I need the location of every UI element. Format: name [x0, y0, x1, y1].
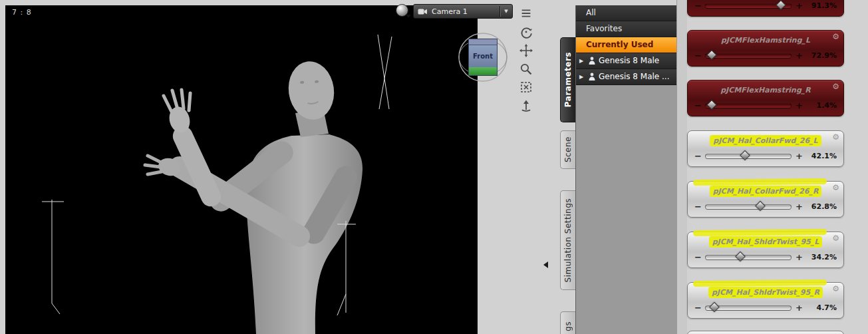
- parameter-slider[interactable]: pJCM_Hal_CollarFwd_26_L ⚙ − + 42.1%: [687, 130, 844, 167]
- filter-list: All Favorites Currently Used ▶ Genesis 8…: [575, 5, 676, 334]
- value-readout[interactable]: 1.4%: [806, 101, 837, 110]
- pane-options-icon[interactable]: [518, 5, 534, 21]
- figure-render: [5, 5, 478, 334]
- figure-node-icon: [588, 57, 596, 65]
- slider-track[interactable]: [705, 1, 792, 11]
- slider-track[interactable]: [705, 303, 792, 313]
- tab-label: Parameters: [563, 52, 573, 107]
- list-item-favorites[interactable]: Favorites: [576, 21, 676, 37]
- gear-icon[interactable]: ⚙: [832, 284, 839, 293]
- tree-item-genesis-8-male-2[interactable]: ▶ Genesis 8 Male ...: [576, 69, 676, 85]
- value-readout[interactable]: 72.9%: [806, 51, 837, 60]
- view-cube-body: Front: [468, 39, 498, 76]
- zoom-tool-button[interactable]: [518, 61, 534, 77]
- trackball-dropdown-caret[interactable]: [406, 15, 411, 18]
- slider-track[interactable]: [705, 202, 792, 212]
- decrement-button[interactable]: −: [694, 253, 701, 261]
- increment-button[interactable]: +: [796, 1, 802, 10]
- expand-caret-icon[interactable]: ▶: [579, 53, 585, 69]
- decrement-button[interactable]: −: [694, 202, 701, 211]
- splitter-collapse-arrow[interactable]: [543, 261, 548, 268]
- parameters-panel: ⚙ − + 91.3% pJCMFlexHamstring_L ⚙ −: [687, 0, 845, 334]
- decrement-button[interactable]: −: [694, 51, 701, 60]
- tab-label: Scene: [563, 136, 573, 162]
- increment-button[interactable]: +: [796, 303, 802, 312]
- tab-label: gs: [563, 321, 573, 331]
- view-cube-bottom-face[interactable]: [469, 67, 497, 75]
- increment-button[interactable]: +: [796, 51, 802, 60]
- decrement-button[interactable]: −: [694, 1, 701, 10]
- slider-track[interactable]: [705, 252, 792, 262]
- parameter-slider[interactable]: pJCM_Hal_ShldrTwist_95_R ⚙ − + 4.7%: [687, 282, 844, 319]
- list-item-currently-used[interactable]: Currently Used: [576, 37, 676, 53]
- aim-tool-button[interactable]: [518, 97, 534, 113]
- slider-track[interactable]: [705, 151, 792, 161]
- aspect-ratio-label: 7 : 8: [12, 8, 32, 17]
- slider-track[interactable]: [705, 51, 792, 61]
- gear-icon[interactable]: ⚙: [832, 132, 839, 142]
- parameter-slider-partial[interactable]: [687, 331, 844, 334]
- tab-parameters[interactable]: Parameters: [560, 37, 575, 122]
- parameter-slider[interactable]: pJCMFlexHamstring_R ⚙ − + 1.4%: [687, 80, 844, 116]
- value-readout[interactable]: 42.1%: [806, 152, 837, 160]
- camera-selector[interactable]: Camera 1 ▼: [413, 4, 513, 19]
- viewport-canvas[interactable]: 7 : 8: [5, 5, 478, 334]
- tree-item-genesis-8-male[interactable]: ▶ Genesis 8 Male: [576, 53, 676, 69]
- increment-button[interactable]: +: [796, 253, 802, 261]
- tab-scene[interactable]: Scene: [560, 130, 575, 169]
- tab-partial[interactable]: gs: [560, 311, 575, 334]
- decrement-button[interactable]: −: [694, 303, 701, 312]
- increment-button[interactable]: +: [796, 101, 802, 110]
- chevron-down-icon[interactable]: ▼: [500, 9, 512, 14]
- tree-item-label: Genesis 8 Male: [599, 53, 659, 69]
- parameter-label: pJCM_Hal_CollarFwd_26_L: [711, 136, 819, 145]
- parameter-label: pJCM_Hal_CollarFwd_26_R: [711, 187, 821, 196]
- slider-trough: [705, 103, 792, 108]
- value-readout[interactable]: 62.8%: [806, 202, 837, 211]
- slider-trough: [705, 204, 792, 210]
- tab-label: Simulation Settings: [563, 198, 573, 282]
- parameter-slider[interactable]: pJCM_Hal_ShldrTwist_95_L ⚙ − + 34.2%: [687, 232, 844, 268]
- slider-track[interactable]: [705, 100, 792, 110]
- parameter-label: pJCM_Hal_ShldrTwist_95_L: [710, 238, 821, 246]
- figure-node-icon: [588, 73, 596, 81]
- slider-trough: [705, 53, 792, 59]
- view-cube-front-face[interactable]: Front: [469, 45, 497, 67]
- slider-handle[interactable]: [776, 0, 787, 10]
- slider-trough: [705, 255, 792, 260]
- list-item-all[interactable]: All: [576, 5, 676, 21]
- expand-caret-icon[interactable]: ▶: [579, 69, 585, 84]
- gear-icon[interactable]: ⚙: [832, 32, 839, 41]
- app-window: 7 : 8 Camera 1 ▼ Front: [0, 0, 868, 334]
- tab-simulation-settings[interactable]: Simulation Settings: [560, 190, 575, 290]
- decrement-button[interactable]: −: [694, 101, 701, 110]
- gear-icon[interactable]: ⚙: [832, 234, 839, 243]
- increment-button[interactable]: +: [796, 202, 802, 211]
- scroll-gutter[interactable]: [676, 0, 687, 334]
- decrement-button[interactable]: −: [694, 152, 701, 160]
- parameter-label: pJCM_Hal_ShldrTwist_95_R: [710, 288, 821, 297]
- camera-icon: [418, 8, 428, 15]
- frame-tool-button[interactable]: [518, 79, 534, 95]
- value-readout[interactable]: 4.7%: [806, 303, 837, 312]
- increment-button[interactable]: +: [796, 152, 802, 160]
- parameter-slider[interactable]: pJCMFlexHamstring_L ⚙ − + 72.9%: [687, 30, 844, 67]
- gear-icon[interactable]: ⚙: [832, 183, 839, 192]
- parameter-label: pJCMFlexHamstring_L: [719, 36, 812, 45]
- value-readout[interactable]: 91.3%: [806, 1, 837, 10]
- tree-item-label: Genesis 8 Male ...: [599, 69, 669, 84]
- camera-selector-label: Camera 1: [428, 7, 500, 16]
- parameter-slider[interactable]: ⚙ − + 91.3%: [687, 0, 844, 17]
- orbit-tool-button[interactable]: [518, 24, 534, 40]
- parameter-label: pJCMFlexHamstring_R: [718, 86, 813, 94]
- gear-icon[interactable]: ⚙: [832, 82, 839, 91]
- view-cube[interactable]: Front: [456, 31, 509, 84]
- value-readout[interactable]: 34.2%: [806, 253, 837, 261]
- view-cube-top-face[interactable]: [469, 39, 497, 45]
- parameter-slider[interactable]: pJCM_Hal_CollarFwd_26_R ⚙ − + 62.8%: [687, 181, 844, 218]
- pan-tool-button[interactable]: [518, 43, 534, 59]
